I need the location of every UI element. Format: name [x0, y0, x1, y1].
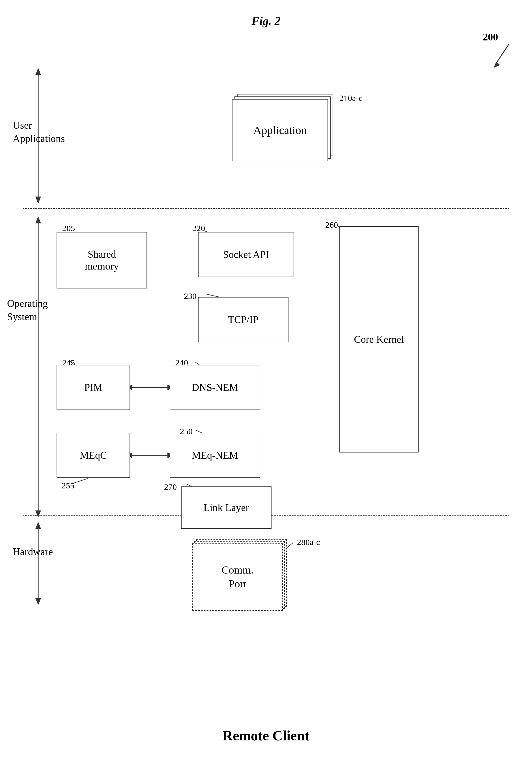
ref-240: 240	[175, 358, 188, 368]
ref-280ac: 280a-c	[297, 537, 320, 547]
remote-client-label: Remote Client	[223, 727, 309, 744]
separator-top	[23, 208, 509, 209]
svg-marker-1	[494, 62, 500, 68]
ref-200: 200	[483, 31, 498, 43]
label-operating-system: Operating System	[7, 297, 64, 324]
ref-245: 245	[62, 358, 75, 368]
ref-260: 260	[325, 220, 338, 230]
meq-nem-box: MEq-NEM	[170, 433, 260, 478]
core-kernel-box: Core Kernel	[339, 226, 419, 452]
svg-line-0	[495, 44, 509, 65]
svg-marker-7	[35, 510, 41, 517]
label-user-applications: User Applications	[13, 119, 64, 145]
figure-title: Fig. 2	[252, 14, 280, 28]
ref-250: 250	[180, 426, 193, 436]
link-layer-box: Link Layer	[181, 486, 271, 529]
socket-api-box: Socket API	[198, 232, 294, 277]
pim-box: PIM	[57, 365, 130, 410]
dns-nem-box: DNS-NEM	[170, 365, 260, 410]
ref-205: 205	[62, 224, 75, 233]
svg-marker-3	[35, 68, 41, 75]
tcpip-box: TCP/IP	[198, 297, 288, 342]
application-box: Application	[232, 99, 328, 161]
ref-230: 230	[184, 291, 197, 301]
ref-210ac: 210a-c	[339, 93, 362, 103]
svg-marker-10	[35, 598, 41, 605]
svg-marker-6	[35, 216, 41, 224]
shared-memory-box: Shared memory	[57, 232, 147, 289]
label-hardware: Hardware	[13, 546, 53, 558]
comm-port-box: Comm. Port	[192, 543, 283, 611]
ref-220: 220	[192, 224, 205, 233]
svg-marker-9	[35, 522, 41, 529]
ref-255: 255	[62, 481, 74, 490]
ref-270: 270	[164, 482, 177, 492]
svg-marker-4	[35, 197, 41, 204]
meqc-box: MEqC	[57, 433, 130, 478]
svg-line-23	[72, 478, 88, 483]
